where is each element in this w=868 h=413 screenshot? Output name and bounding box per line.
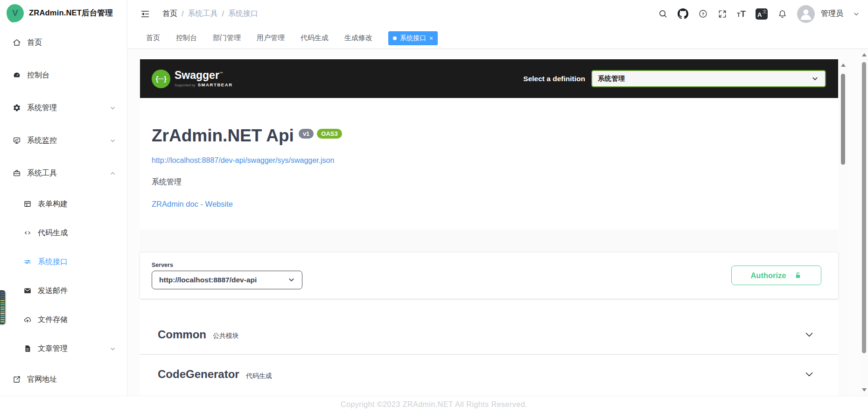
authorize-label: Authorize (750, 271, 786, 280)
sidebar-item-official-site[interactable]: 官网地址 (0, 363, 127, 396)
sidebar-item-label: 系统管理 (27, 103, 57, 113)
font-size-icon[interactable]: TT (737, 9, 746, 19)
chevron-down-icon[interactable] (804, 329, 815, 340)
tab-close-icon[interactable]: × (429, 35, 433, 42)
doc-website-link[interactable]: ZRAdmin doc - Website (152, 200, 826, 209)
tab-user-admin[interactable]: 用户管理 (257, 34, 285, 42)
definition-select[interactable]: 系统管理 (591, 70, 826, 87)
sidebar: V ZRAdmin.NET后台管理 首页 控制台 系统管理 系统监控 (0, 0, 127, 396)
tab-gen-edit[interactable]: 生成修改 (344, 34, 372, 42)
definition-select-value: 系统管理 (598, 74, 625, 83)
sidebar-item-form-builder[interactable]: 表单构建 (0, 189, 127, 218)
tab-dept-admin[interactable]: 部门管理 (213, 34, 241, 42)
main-column: 首页 / 系统工具 / 系统接口 ? TT A文 管理员 (127, 0, 868, 396)
sidebar-item-label: 控制台 (27, 70, 49, 80)
scroll-up-arrow[interactable] (862, 53, 867, 56)
sidebar-item-label: 系统监控 (27, 136, 57, 146)
sidebar-item-system-admin[interactable]: 系统管理 (0, 91, 127, 124)
app-logo-icon: V (7, 4, 24, 22)
tab-console[interactable]: 控制台 (176, 34, 197, 42)
translate-icon[interactable]: A文 (756, 8, 768, 20)
section-description: 代码生成 (246, 369, 272, 380)
swagger-info-section: ZrAdmin.NET Api v1 OAS3 http://localhost… (140, 98, 838, 230)
document-icon (23, 344, 32, 353)
servers-label: Servers (152, 262, 302, 268)
sidebar-item-label: 发送邮件 (38, 286, 68, 296)
spec-url-link[interactable]: http://localhost:8887/dev-api/swagger/sy… (152, 156, 826, 165)
smartbear-label: SMARTBEAR (198, 82, 233, 87)
sidebar-item-article-admin[interactable]: 文章管理 (0, 334, 127, 363)
sidebar-item-send-mail[interactable]: 发送邮件 (0, 276, 127, 305)
logo-letter: V (12, 8, 18, 18)
dashboard-icon (13, 71, 21, 79)
widget-stripes (0, 292, 5, 299)
search-icon[interactable] (658, 9, 668, 19)
tab-label: 系统接口 (400, 34, 426, 42)
app-logo[interactable]: V ZRAdmin.NET后台管理 (0, 0, 127, 26)
api-sections: Common 公共模块 CodeGenerator 代码生成 (140, 299, 838, 394)
swagger-topbar: {···} Swagger™ Supported by SMARTBEAR Se… (140, 59, 838, 98)
select-definition-label: Select a definition (523, 75, 585, 83)
floating-widget[interactable] (0, 290, 5, 324)
help-icon[interactable]: ? (698, 9, 708, 19)
scroll-down-arrow[interactable] (862, 388, 867, 392)
footer: Copyright ©2023 ZRAdmin.NET All Rights R… (0, 396, 868, 413)
fullscreen-icon[interactable] (718, 9, 727, 19)
api-description: 系统管理 (152, 177, 826, 187)
chevron-up-icon (110, 170, 116, 176)
chevron-down-icon (812, 75, 819, 82)
breadcrumb-home[interactable]: 首页 (162, 9, 177, 19)
code-icon (23, 229, 32, 237)
sidebar-item-home[interactable]: 首页 (0, 26, 127, 59)
active-tab-dot (393, 36, 397, 40)
breadcrumb-system-tools[interactable]: 系统工具 (188, 9, 217, 19)
chevron-down-icon[interactable] (853, 11, 860, 17)
sidebar-item-system-monitor[interactable]: 系统监控 (0, 124, 127, 157)
server-select-value: http://localhost:8887/dev-api (159, 276, 257, 284)
tab-code-gen[interactable]: 代码生成 (301, 34, 329, 42)
scrollbar-thumb[interactable] (841, 74, 845, 165)
scrollbar-thumb[interactable] (862, 62, 866, 353)
tags-view: 首页 控制台 部门管理 用户管理 代码生成 生成修改 系统接口 × (127, 28, 868, 49)
tab-system-api-active[interactable]: 系统接口 × (388, 31, 438, 45)
sidebar-item-file-storage[interactable]: 文件存储 (0, 305, 127, 334)
toolbox-icon (13, 169, 21, 177)
chevron-down-icon[interactable] (804, 369, 815, 380)
panel-scrollbar[interactable] (839, 59, 848, 396)
sidebar-item-label: 文件存储 (38, 315, 68, 325)
sidebar-item-label: 官网地址 (27, 375, 57, 385)
swagger-logo-text: Swagger™ (175, 70, 233, 81)
home-icon (13, 38, 21, 47)
supported-by-label: Supported by (175, 83, 196, 87)
section-codegenerator[interactable]: CodeGenerator 代码生成 (140, 355, 838, 394)
avatar[interactable] (797, 5, 815, 23)
authorize-button[interactable]: Authorize (731, 266, 821, 285)
scheme-container: Servers http://localhost:8887/dev-api Au… (140, 252, 838, 299)
server-select[interactable]: http://localhost:8887/dev-api (152, 271, 302, 289)
chevron-down-icon (110, 346, 116, 352)
sidebar-menu: 首页 控制台 系统管理 系统监控 系统工具 (0, 26, 127, 396)
breadcrumb-separator: / (222, 10, 224, 18)
sidebar-item-system-tools[interactable]: 系统工具 (0, 157, 127, 189)
copyright-text: Copyright ©2023 ZRAdmin.NET All Rights R… (341, 400, 527, 409)
sidebar-item-system-api[interactable]: 系统接口 (0, 247, 127, 276)
sidebar-item-code-generator[interactable]: 代码生成 (0, 218, 127, 247)
oas3-badge: OAS3 (317, 129, 342, 139)
github-icon[interactable] (678, 8, 688, 19)
sidebar-item-console[interactable]: 控制台 (0, 59, 127, 91)
chevron-down-icon (110, 105, 116, 111)
username[interactable]: 管理员 (821, 9, 843, 19)
mail-icon (23, 287, 32, 295)
section-name: CodeGenerator (158, 368, 239, 381)
chevron-down-icon (110, 138, 116, 144)
servers-block: Servers http://localhost:8887/dev-api (152, 262, 302, 289)
section-common[interactable]: Common 公共模块 (140, 315, 838, 355)
scroll-up-arrow[interactable] (841, 63, 846, 67)
tab-home[interactable]: 首页 (146, 34, 160, 42)
bell-icon[interactable] (777, 9, 787, 19)
page-scrollbar[interactable] (860, 49, 868, 396)
sidebar-fold-icon[interactable] (140, 9, 150, 19)
breadcrumb: 首页 / 系统工具 / 系统接口 (162, 9, 258, 19)
swagger-logo: {···} Swagger™ Supported by SMARTBEAR (152, 70, 233, 88)
sidebar-item-label: 文章管理 (38, 344, 68, 354)
